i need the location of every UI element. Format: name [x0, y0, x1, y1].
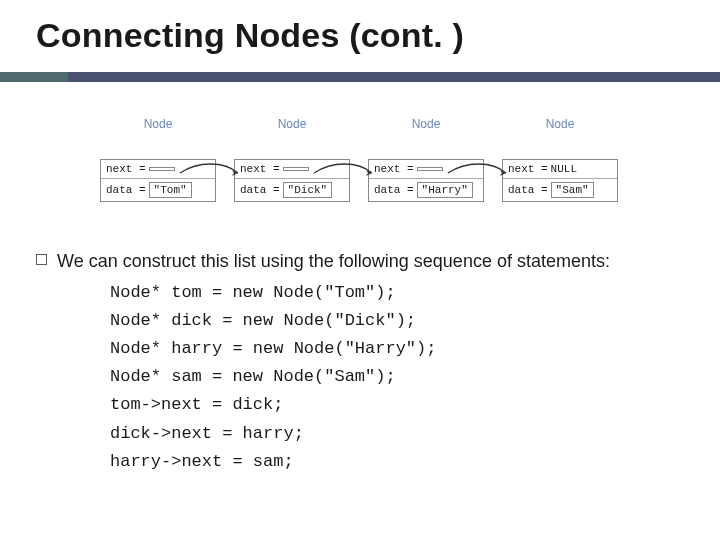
code-block: Node* tom = new Node("Tom"); Node* dick … [110, 279, 684, 475]
diagram-wrap: Node next = data = "Tom" Node next [36, 117, 684, 227]
code-line: Node* tom = new Node("Tom"); [110, 283, 396, 302]
code-line: tom->next = dick; [110, 395, 283, 414]
field-data-label: data = [374, 184, 414, 196]
field-data-label: data = [508, 184, 548, 196]
field-next-value [417, 167, 443, 171]
field-data-value: "Tom" [149, 182, 192, 198]
field-next-label: next = [508, 163, 548, 175]
code-line: harry->next = sam; [110, 452, 294, 471]
field-next-value: NULL [551, 163, 577, 175]
field-next-label: next = [106, 163, 146, 175]
rule-accent [0, 72, 68, 82]
field-data-value: "Dick" [283, 182, 333, 198]
field-next-label: next = [240, 163, 280, 175]
node-next-row: next = [101, 160, 215, 179]
body-text: We can construct this list using the fol… [36, 249, 684, 273]
field-next-label: next = [374, 163, 414, 175]
node-type-label: Node [234, 117, 350, 131]
code-line: Node* harry = new Node("Harry"); [110, 339, 436, 358]
field-next-value [149, 167, 175, 171]
node-box: next = NULL data = "Sam" [502, 159, 618, 202]
node-data-row: data = "Dick" [235, 179, 349, 201]
field-data-value: "Harry" [417, 182, 473, 198]
node-3: Node next = NULL data = "Sam" [502, 117, 618, 202]
node-box: next = data = "Dick" [234, 159, 350, 202]
code-line: Node* sam = new Node("Sam"); [110, 367, 396, 386]
node-type-label: Node [100, 117, 216, 131]
node-data-row: data = "Tom" [101, 179, 215, 201]
bullet-icon [36, 254, 47, 265]
node-box: next = data = "Tom" [100, 159, 216, 202]
node-next-row: next = NULL [503, 160, 617, 179]
linked-list-diagram: Node next = data = "Tom" Node next [100, 117, 620, 227]
body-paragraph: We can construct this list using the fol… [57, 249, 610, 273]
node-1: Node next = data = "Dick" [234, 117, 350, 202]
node-data-row: data = "Harry" [369, 179, 483, 201]
code-line: Node* dick = new Node("Dick"); [110, 311, 416, 330]
field-next-value [283, 167, 309, 171]
node-data-row: data = "Sam" [503, 179, 617, 201]
node-next-row: next = [369, 160, 483, 179]
rule-main [68, 72, 720, 82]
page-title: Connecting Nodes (cont. ) [36, 16, 684, 55]
field-data-value: "Sam" [551, 182, 594, 198]
slide: Connecting Nodes (cont. ) Node next = da… [0, 0, 720, 540]
title-rule [0, 72, 720, 82]
node-box: next = data = "Harry" [368, 159, 484, 202]
node-next-row: next = [235, 160, 349, 179]
field-data-label: data = [240, 184, 280, 196]
node-type-label: Node [368, 117, 484, 131]
node-0: Node next = data = "Tom" [100, 117, 216, 202]
field-data-label: data = [106, 184, 146, 196]
node-2: Node next = data = "Harry" [368, 117, 484, 202]
node-type-label: Node [502, 117, 618, 131]
code-line: dick->next = harry; [110, 424, 304, 443]
